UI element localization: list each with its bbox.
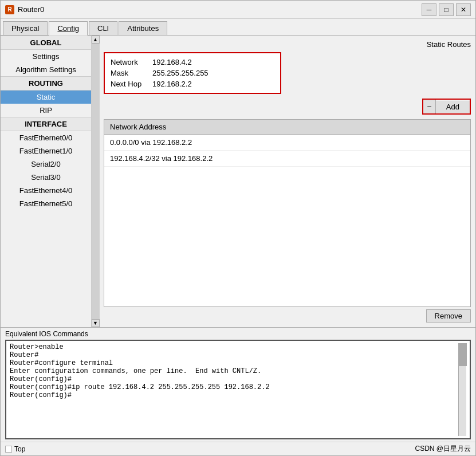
remove-button[interactable]: Remove <box>426 309 471 323</box>
title-bar: R Router0 ─ □ ✕ <box>1 1 475 19</box>
sidebar-item-fe0[interactable]: FastEthernet0/0 <box>1 131 91 144</box>
maximize-button[interactable]: □ <box>439 3 454 16</box>
sidebar-item-rip[interactable]: RIP <box>1 104 91 117</box>
tab-config[interactable]: Config <box>49 21 88 36</box>
static-routes-title: Static Routes <box>104 40 471 49</box>
add-button[interactable]: Add <box>436 101 470 113</box>
sidebar-section-global: GLOBAL <box>1 36 91 50</box>
table-row[interactable]: 0.0.0.0/0 via 192.168.2.2 <box>104 135 470 151</box>
scroll-up-arrow[interactable]: ▲ <box>92 36 100 44</box>
terminal-scrollbar[interactable] <box>458 343 466 436</box>
remove-row: Remove <box>104 309 471 323</box>
form-row-nexthop: Next Hop 192.168.2.2 <box>111 80 274 88</box>
app-icon: R <box>5 5 14 14</box>
bottom-panel: Equivalent IOS Commands Router>enable Ro… <box>1 327 475 442</box>
sidebar-item-settings[interactable]: Settings <box>1 50 91 63</box>
main-window: R Router0 ─ □ ✕ Physical Config CLI Attr… <box>0 0 476 456</box>
sidebar-item-fe5[interactable]: FastEthernet5/0 <box>1 197 91 210</box>
sidebar-item-algorithm-settings[interactable]: Algorithm Settings <box>1 63 91 76</box>
footer-bar: Top CSDN @日星月云 <box>1 442 475 455</box>
top-label: Top <box>14 445 25 453</box>
network-value[interactable]: 192.168.4.2 <box>152 58 192 66</box>
window-title: Router0 <box>18 5 44 14</box>
tab-attributes[interactable]: Attributes <box>119 21 167 35</box>
tabs-bar: Physical Config CLI Attributes <box>1 19 475 36</box>
terminal-content: Router>enable Router# Router#configure t… <box>10 343 458 436</box>
mask-value[interactable]: 255.255.255.255 <box>152 69 209 77</box>
main-content: GLOBAL Settings Algorithm Settings ROUTI… <box>1 36 475 327</box>
sidebar-section-interface: INTERFACE <box>1 117 91 131</box>
window-controls: ─ □ ✕ <box>422 3 471 16</box>
terminal-area[interactable]: Router>enable Router# Router#configure t… <box>5 340 471 439</box>
sidebar-item-fe4[interactable]: FastEthernet4/0 <box>1 184 91 197</box>
minus-button[interactable]: − <box>423 100 436 113</box>
form-row-network: Network 192.168.4.2 <box>111 58 274 66</box>
top-checkbox[interactable] <box>5 446 12 453</box>
sidebar-section-routing: ROUTING <box>1 76 91 91</box>
close-button[interactable]: ✕ <box>456 3 471 16</box>
right-panel: Static Routes Network 192.168.4.2 Mask 2… <box>99 36 475 327</box>
sidebar-item-serial2[interactable]: Serial2/0 <box>1 158 91 171</box>
sidebar-item-static[interactable]: Static <box>1 91 91 104</box>
nexthop-value[interactable]: 192.168.2.2 <box>152 80 192 88</box>
sidebar: GLOBAL Settings Algorithm Settings ROUTI… <box>1 36 91 327</box>
form-area: Network 192.168.4.2 Mask 255.255.255.255… <box>104 52 281 94</box>
sidebar-scrollbar[interactable]: ▲ ▼ <box>91 36 99 327</box>
tab-physical[interactable]: Physical <box>3 21 48 35</box>
network-label: Network <box>111 58 148 66</box>
scroll-down-arrow[interactable]: ▼ <box>92 319 100 327</box>
watermark: CSDN @日星月云 <box>415 444 471 454</box>
minimize-button[interactable]: ─ <box>422 3 436 16</box>
nexthop-label: Next Hop <box>111 80 148 88</box>
form-row-mask: Mask 255.255.255.255 <box>111 69 274 77</box>
network-table-header: Network Address <box>104 120 470 135</box>
sidebar-item-serial3[interactable]: Serial3/0 <box>1 171 91 184</box>
equivalent-ios-title: Equivalent IOS Commands <box>5 330 471 338</box>
table-row[interactable]: 192.168.4.2/32 via 192.168.2.2 <box>104 151 470 167</box>
mask-label: Mask <box>111 69 148 77</box>
add-row: − Add <box>104 99 471 115</box>
network-table: Network Address 0.0.0.0/0 via 192.168.2.… <box>104 119 471 307</box>
add-btn-group: − Add <box>422 99 471 115</box>
tab-cli[interactable]: CLI <box>89 21 117 35</box>
sidebar-item-fe1[interactable]: FastEthernet1/0 <box>1 144 91 158</box>
footer-left: Top <box>5 445 25 453</box>
title-left: R Router0 <box>5 5 44 14</box>
sidebar-container: GLOBAL Settings Algorithm Settings ROUTI… <box>1 36 99 327</box>
terminal-scrollbar-thumb <box>459 343 467 366</box>
scroll-track <box>92 44 100 319</box>
